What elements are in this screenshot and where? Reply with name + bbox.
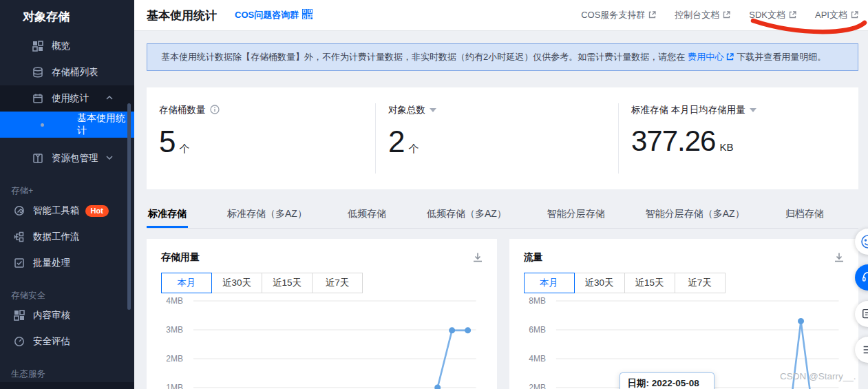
- qr-code-icon: [302, 9, 313, 21]
- charts-row: 存储用量 本月 近30天 近15天 近7天 4MB3MB2MB1MB 流量: [147, 239, 858, 389]
- sidebar-item-usage-stats[interactable]: 使用统计: [0, 85, 134, 112]
- svg-text:6MB: 6MB: [529, 325, 546, 335]
- time-tab-7d[interactable]: 近7天: [675, 273, 726, 293]
- sidebar-item-label: 使用统计: [52, 92, 89, 105]
- banner-text: 基本使用统计数据除【存储桶数量】外，不作为计费计量数据，非实时数据（约有2小时延…: [161, 51, 685, 63]
- page: 对象存储 概览 存储桶列表 使用统计 基本使用统计: [0, 0, 868, 389]
- sidebar-item-label: 内容审核: [33, 309, 70, 322]
- sidebar-item-label: 资源包管理: [52, 152, 98, 165]
- cos-qq-group-link[interactable]: COS问题咨询群: [235, 9, 313, 21]
- time-tab-30d[interactable]: 近30天: [211, 273, 262, 293]
- bucket-icon: [32, 67, 44, 78]
- chevron-down-icon: [106, 156, 112, 162]
- tab-archive-storage[interactable]: 归档存储: [784, 204, 825, 228]
- time-range-tabs: 本月 近30天 近15天 近7天: [524, 273, 726, 293]
- sidebar-item-resource-pack[interactable]: 资源包管理: [0, 145, 134, 171]
- svg-text:3MB: 3MB: [166, 325, 183, 335]
- sidebar-item-label: 存储桶列表: [52, 66, 98, 78]
- svg-text:2MB: 2MB: [166, 354, 183, 364]
- stat-bucket-count: 存储桶数量 5个: [147, 87, 375, 189]
- dropdown-caret-icon[interactable]: [750, 108, 756, 112]
- tab-intelligent-tiering[interactable]: 智能分层存储: [546, 204, 606, 228]
- sidebar-scrollbar[interactable]: [127, 103, 131, 310]
- stat-label: 存储桶数量: [159, 104, 206, 116]
- external-link-icon: [723, 10, 730, 21]
- batch-checkbox-icon: [14, 257, 25, 269]
- gauge-icon: [14, 336, 25, 348]
- sidebar-item-smart-toolbox[interactable]: 智能工具箱 Hot: [0, 198, 134, 224]
- time-tab-7d[interactable]: 近7天: [312, 273, 363, 293]
- link-label: 控制台文档: [675, 9, 719, 21]
- time-tab-15d[interactable]: 近15天: [624, 273, 675, 293]
- console-docs-link[interactable]: 控制台文档: [675, 9, 730, 21]
- info-icon[interactable]: [210, 105, 220, 116]
- overview-grid-icon: [32, 41, 44, 52]
- tooltip-date: 日期: 2022-05-08: [628, 377, 706, 389]
- toolbox-icon: [14, 205, 25, 217]
- storage-usage-line-chart: 4MB3MB2MB1MB: [147, 239, 497, 389]
- stat-value: 5个: [159, 125, 375, 159]
- app-title: 对象存储: [0, 0, 134, 33]
- sidebar-item-batch-process[interactable]: 批量处理: [0, 250, 134, 276]
- dropdown-caret-icon[interactable]: [430, 108, 436, 112]
- list-icon: [861, 343, 868, 357]
- time-tab-this-month[interactable]: 本月: [161, 273, 212, 293]
- time-range-tabs: 本月 近30天 近15天 近7天: [161, 273, 363, 293]
- sidebar-item-data-workflow[interactable]: 数据工作流: [0, 224, 134, 250]
- svg-text:4MB: 4MB: [529, 354, 546, 364]
- sidebar-item-bucket-list[interactable]: 存储桶列表: [0, 59, 134, 85]
- external-link-icon: [851, 10, 858, 21]
- time-tab-15d[interactable]: 近15天: [262, 273, 313, 293]
- sidebar-item-security-eval[interactable]: 安全评估: [0, 328, 134, 355]
- traffic-panel: 流量 本月 近30天 近15天 近7天 8MB6MB4MB2MB 日期: 202…: [509, 239, 859, 389]
- svg-text:1MB: 1MB: [166, 383, 183, 389]
- info-banner: 基本使用统计数据除【存储桶数量】外，不作为计费计量数据，非实时数据（约有2小时延…: [147, 43, 858, 71]
- sidebar-item-overview[interactable]: 概览: [0, 33, 134, 59]
- sidebar-item-label: 智能工具箱: [33, 204, 80, 217]
- page-header: 基本使用统计 COS问题咨询群 COS服务支持群 控制台文档 SDK文档 API…: [134, 0, 868, 31]
- time-tab-this-month[interactable]: 本月: [524, 273, 575, 293]
- sidebar-item-content-audit[interactable]: 内容审核: [0, 302, 134, 328]
- link-label: COS服务支持群: [581, 9, 645, 21]
- tab-standard-storage[interactable]: 标准存储: [147, 204, 188, 228]
- svg-text:2MB: 2MB: [529, 383, 546, 389]
- cos-support-group-link[interactable]: COS服务支持群: [581, 9, 656, 21]
- chevron-up-icon: [106, 96, 112, 102]
- stat-object-count: 对象总数 2个: [376, 87, 618, 189]
- stat-label: 标准存储 本月日均存储用量: [631, 104, 745, 116]
- sidebar-item-label: 基本使用统计: [77, 112, 134, 137]
- sidebar-item-label: 概览: [52, 40, 70, 52]
- sdk-docs-link[interactable]: SDK文档: [749, 9, 796, 21]
- storage-usage-panel: 存储用量 本月 近30天 近15天 近7天 4MB3MB2MB1MB: [147, 239, 497, 389]
- traffic-line-chart: 8MB6MB4MB2MB: [509, 239, 859, 389]
- sidebar-section-eco-services: 生态服务: [0, 367, 134, 381]
- hot-badge: Hot: [85, 205, 109, 217]
- sidebar-bottom-strip: [0, 382, 134, 389]
- tab-ia-storage-maz[interactable]: 低频存储（多AZ）: [425, 204, 508, 228]
- svg-text:4MB: 4MB: [166, 296, 183, 306]
- sidebar-section-storage-plus: 存储+: [0, 184, 134, 198]
- sidebar-item-label: 安全评估: [33, 335, 70, 348]
- tab-ia-storage[interactable]: 低频存储: [346, 204, 388, 228]
- summary-stats-card: 存储桶数量 5个 对象总数 2个 标准存储 本月日均存储用量 377.2: [147, 87, 858, 189]
- billing-center-link[interactable]: 费用中心: [688, 51, 734, 63]
- calendar-icon: [32, 93, 44, 105]
- time-tab-30d[interactable]: 近30天: [574, 273, 625, 293]
- svg-text:8MB: 8MB: [529, 296, 546, 306]
- workflow-icon: [14, 231, 25, 243]
- smiley-icon: [860, 234, 868, 249]
- sidebar-item-basic-usage-stats[interactable]: 基本使用统计: [0, 112, 134, 138]
- tab-standard-storage-maz[interactable]: 标准存储（多AZ）: [226, 204, 308, 228]
- api-docs-link[interactable]: API文档: [815, 9, 858, 21]
- external-link-icon: [648, 10, 656, 21]
- bullet-dot-icon: [41, 123, 44, 127]
- resource-pack-icon: [32, 153, 44, 165]
- sidebar: 对象存储 概览 存储桶列表 使用统计 基本使用统计: [0, 0, 134, 389]
- tab-intelligent-tiering-maz[interactable]: 智能分层存储（多AZ）: [644, 204, 746, 228]
- billing-center-label: 费用中心: [688, 51, 723, 63]
- chart-tooltip: 日期: 2022-05-08 外网下行流量: [620, 372, 714, 389]
- main-content: 基本使用统计数据除【存储桶数量】外，不作为计费计量数据，非实时数据（约有2小时延…: [134, 31, 868, 389]
- sidebar-item-label: 数据工作流: [33, 231, 80, 243]
- headset-icon: [861, 271, 868, 284]
- external-link-icon: [726, 52, 734, 63]
